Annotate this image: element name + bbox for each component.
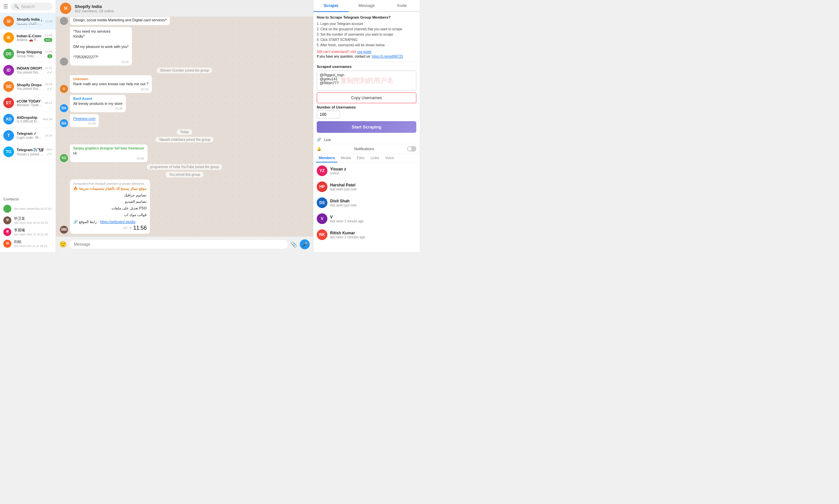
emoji-button[interactable]: 🙂: [59, 241, 67, 248]
message-avatar: MM: [60, 226, 68, 234]
chat-name: Shopify Dropshipping Knowled...: [17, 83, 42, 87]
member-item-harshal[interactable]: HP Harshal Patel last seen just now: [313, 179, 420, 195]
sender-name: Unknown: [73, 77, 148, 81]
panel-tab-members[interactable]: Members: [316, 154, 337, 162]
chat-info: AliDropship Is it difficult for you to c…: [17, 115, 40, 123]
chat-item-indian-ecommerce[interactable]: IE Indian E-Commerce Wholsaler B2... 🔇 A…: [0, 30, 56, 46]
attach-button[interactable]: 📎: [291, 241, 297, 248]
contact-link[interactable]: https://t.me/will96725: [372, 55, 403, 58]
scraper-tab-invite[interactable]: Invite: [384, 0, 420, 12]
forwarded-link[interactable]: https://artboard.studio: [100, 220, 135, 224]
chat-info: Indian E-Commerce Wholsaler B2... 🔇 Anja…: [17, 34, 41, 42]
search-box[interactable]: 🔍 Search: [11, 3, 52, 10]
chat-time: 11:46: [45, 50, 52, 53]
chat-meta: Mon ✓✓: [46, 148, 52, 156]
number-input[interactable]: [317, 110, 340, 119]
panel-tab-voice[interactable]: Voice: [382, 154, 397, 162]
avatar: ID: [3, 65, 14, 76]
chat-meta: Nov 28: [42, 118, 52, 121]
message-bubble: Basil Asaed All trendy products in my st…: [70, 95, 126, 112]
member-item-v[interactable]: V V last seen 1 minute ago: [313, 211, 420, 227]
chat-item-drop-shipping[interactable]: DS Drop Shipping Group 🔊 Group Help: 📦 P…: [0, 46, 56, 62]
chat-time: 11:56: [45, 20, 52, 23]
chat-time: 11:01: [45, 66, 52, 70]
message-bubble: *You need my servicesKindly*DM my pleasu…: [70, 27, 132, 66]
forwarded-label: Forwarded from freekpik premium & envato…: [73, 182, 146, 185]
unread-badge: 101: [44, 38, 52, 42]
scraped-usernames-title: Scraped usernames: [317, 65, 416, 69]
bell-icon: 🔔: [317, 147, 321, 151]
scraper-tab-scraper[interactable]: Scraper: [313, 0, 349, 12]
instruction-step: 4. Click START SCRAPING: [317, 37, 416, 42]
help-text: Still can't understand? visit: [317, 50, 357, 54]
contact-item-c2[interactable]: 毕 毕卫龙 last seen Nov 28 at 20:13: [3, 214, 52, 226]
view-count: 257: [123, 227, 127, 230]
mic-button[interactable]: 🎤: [300, 239, 310, 249]
system-message: Today: [177, 129, 193, 135]
message-avatar: U: [60, 85, 68, 93]
double-tick-icon: ✓✓: [47, 71, 52, 74]
message-input[interactable]: [69, 240, 288, 249]
panel-tab-links[interactable]: Links: [368, 154, 382, 162]
sender-name: Basil Asaed: [73, 97, 123, 101]
instruction-step: 1. Login your Telegram account: [317, 21, 416, 26]
chat-item-telegram[interactable]: T Telegram ✓ Login code: 49450. Do not g…: [0, 127, 56, 144]
start-scraping-button[interactable]: Start Scraping: [317, 121, 416, 133]
chat-preview: موقع ممتاز يسمح لك بالقيام بتصميما...: [17, 22, 42, 25]
contact-info: 李晨曦 last seen Nov 21 at 21:30: [14, 228, 52, 236]
avatar: IE: [3, 32, 14, 43]
chat-item-ecom-today[interactable]: ET eCOM TODAY Ecommerce | ENG C... 🔇 Мил…: [0, 95, 56, 111]
chat-item-shopify-dropshipping[interactable]: SD Shopify Dropshipping Knowled... You j…: [0, 78, 56, 95]
instruction-step: 3. Set the number of usernames you want …: [317, 32, 416, 37]
chat-item-indian-dropshipping[interactable]: ID INDIAN DROPSHIPPING 🚚💰 You joined thi…: [0, 62, 56, 78]
message-link[interactable]: Peekstor.com: [73, 116, 95, 121]
unread-badge: 1: [47, 54, 52, 58]
member-item-ritish[interactable]: RK Ritish Kumar last seen 3 minutes ago: [313, 227, 420, 243]
member-info: Ritish Kumar last seen 3 minutes ago: [330, 231, 416, 239]
group-name: Shopify India: [75, 4, 309, 9]
avatar: ET: [3, 97, 14, 108]
contact-item-c4[interactable]: 刘 刘焰 last seen Oct 21 at 18:15: [3, 238, 52, 249]
scraper-tab-message[interactable]: Message: [349, 0, 384, 12]
contact-item-c3[interactable]: 李 李晨曦 last seen Nov 21 at 21:30: [3, 226, 52, 238]
chat-list: SI Shopify India 🔊 موقع ممتاز يسمح لك با…: [0, 13, 56, 194]
panel-tab-media[interactable]: Media: [338, 154, 353, 162]
avatar: 李: [3, 228, 11, 236]
search-icon: 🔍: [14, 4, 19, 9]
avatar: 刘: [3, 240, 11, 248]
chat-name: Telegram ✓: [17, 131, 42, 136]
double-tick-icon: ✓✓: [47, 87, 52, 91]
contact-name: 李晨曦: [14, 228, 52, 233]
chat-info: Shopify Dropshipping Knowled... You join…: [17, 83, 42, 91]
member-name: Yixuan z: [330, 167, 416, 172]
chat-name: INDIAN DROPSHIPPING 🚚💰: [17, 66, 42, 71]
contact-item-c1[interactable]: last seen yesterday at 22:43: [3, 203, 52, 214]
member-avatar: HP: [317, 181, 327, 192]
hamburger-icon[interactable]: ☰: [3, 3, 8, 10]
chat-preview: You joined this group: [17, 71, 42, 74]
member-item-dixit[interactable]: DS Dixit Shah last seen just now: [313, 195, 420, 211]
message-time: 11:56: [133, 225, 146, 231]
message-avatar: BA: [60, 104, 68, 112]
chat-item-alidropship[interactable]: AD AliDropship Is it difficult for you t…: [0, 111, 56, 127]
chat-meta: 11:46 1: [45, 50, 52, 58]
member-status: online: [330, 172, 416, 175]
chat-name: Telegram✈️飞机群发/组群拉人/群...: [17, 147, 43, 152]
chat-preview: Group Help: 📦 Please Follow The Grou...: [17, 54, 42, 58]
chat-item-telegram-group[interactable]: TG Telegram✈️飞机群发/组群拉人/群... Yixuan z joi…: [0, 144, 56, 160]
member-avatar: V: [317, 213, 327, 224]
member-item-yixuan[interactable]: YZ Yixuan z online: [313, 163, 420, 179]
message-row: U Unknown Rank math any ones knows can h…: [60, 75, 309, 92]
forwarded-link-row: 🔗 رابط الموقع : https://artboard.studio: [73, 220, 146, 224]
copy-usernames-button[interactable]: Copy Usernames: [317, 92, 416, 103]
member-avatar: RK: [317, 229, 327, 240]
member-avatar: DS: [317, 197, 327, 208]
notifications-toggle[interactable]: [407, 146, 416, 151]
contact-text: If you have any question, contact us:: [317, 55, 372, 58]
contact-info: 毕卫龙 last seen Nov 28 at 20:13: [14, 216, 52, 224]
use-guide-link[interactable]: use guide: [357, 50, 371, 54]
panel-tab-files[interactable]: Files: [354, 154, 367, 162]
chat-info: eCOM TODAY Ecommerce | ENG C... 🔇 Милана…: [17, 99, 42, 107]
chat-meta: 11:01 ✓✓: [45, 66, 52, 74]
chat-item-shopify-india[interactable]: SI Shopify India 🔊 موقع ممتاز يسمح لك با…: [0, 13, 56, 30]
